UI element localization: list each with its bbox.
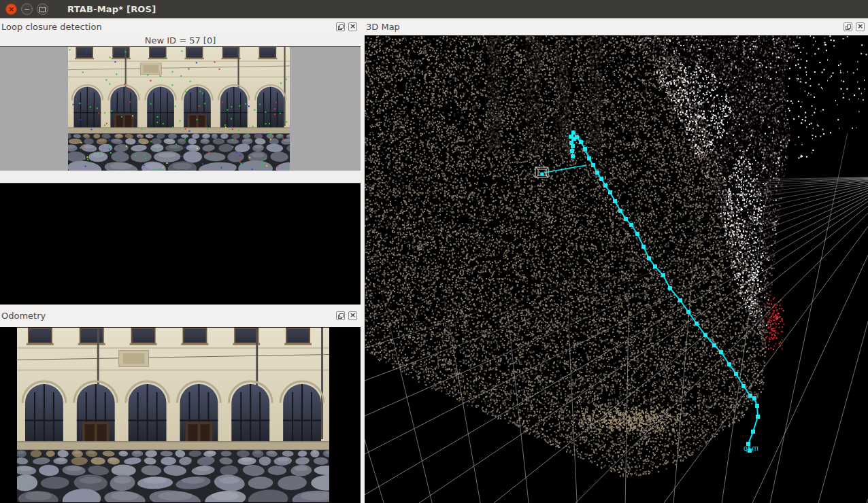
odometry-close-icon[interactable]: × (348, 311, 357, 320)
loop-closure-close-icon[interactable]: × (348, 22, 357, 31)
map3d-close-icon[interactable]: × (856, 22, 865, 31)
maximize-square-icon (39, 7, 46, 12)
window-titlebar[interactable]: × − RTAB-Map* [ROS] (0, 0, 868, 19)
map3d-viewport[interactable]: map (365, 35, 868, 503)
map3d-dock-title: 3D Map (366, 22, 400, 32)
odometry-camera-image (17, 328, 329, 502)
window-minimize-icon[interactable]: − (21, 3, 33, 15)
panel-gap (0, 171, 361, 183)
loop-closure-match-view (0, 183, 361, 305)
odometry-float-icon[interactable] (336, 311, 345, 320)
new-id-status: New ID = 57 [0] (0, 35, 361, 46)
odometry-dock-header[interactable]: Odometry × (0, 305, 361, 327)
window-close-icon[interactable]: × (5, 3, 17, 15)
loop-closure-dock-header[interactable]: Loop closure detection × (0, 18, 361, 35)
trajectory-layer: map (365, 35, 868, 503)
window-title: RTAB-Map* [ROS] (67, 4, 156, 14)
map-frame-label: map (744, 445, 758, 452)
loop-closure-image-view (0, 46, 361, 171)
map3d-float-icon[interactable] (844, 22, 852, 31)
loop-closure-camera-image (68, 47, 290, 171)
rtabmap-window: × − RTAB-Map* [ROS] Loop closure detecti… (0, 0, 868, 503)
loop-closure-dock-title: Loop closure detection (1, 22, 102, 32)
odometry-image-view (0, 327, 361, 503)
loop-closure-float-icon[interactable] (336, 22, 345, 31)
odometry-dock-title: Odometry (1, 311, 46, 321)
map3d-dock-header[interactable]: 3D Map × (365, 18, 868, 35)
window-maximize-icon[interactable] (37, 3, 48, 15)
